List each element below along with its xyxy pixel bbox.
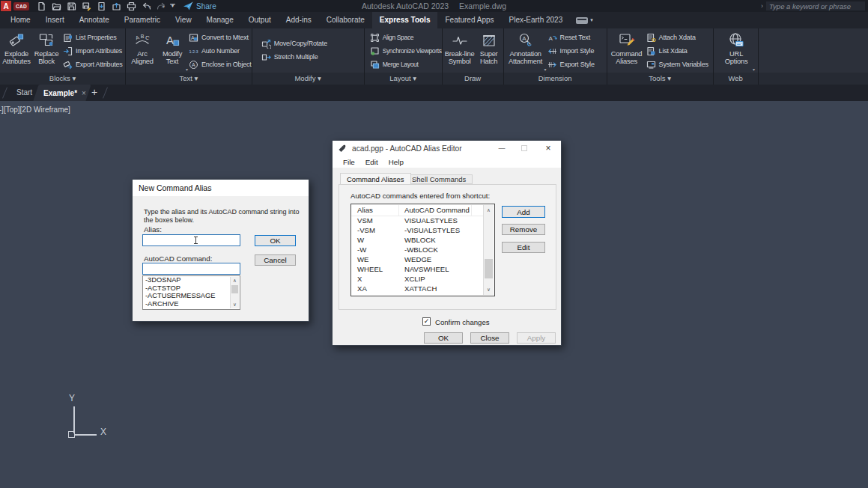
merge-layout-button[interactable]: Merge Layout <box>370 58 442 71</box>
tab-annotate[interactable]: Annotate <box>72 12 117 28</box>
undo-dropdown-icon[interactable]: ▾ <box>148 4 151 9</box>
dropdown-arrow-icon[interactable]: ▾ <box>544 67 547 72</box>
auto-number-button[interactable]: 1-2-3 Auto Number <box>189 44 252 58</box>
tab-plex-earth[interactable]: Plex-Earth 2023 <box>502 12 571 28</box>
close-tab-icon[interactable]: × <box>82 89 86 97</box>
table-row[interactable]: -VSM-VISUALSTYLES <box>351 226 483 236</box>
cancel-button[interactable]: Cancel <box>255 254 296 266</box>
list-item[interactable]: -ARCHIVE <box>143 300 240 308</box>
save-as-icon[interactable] <box>82 1 91 11</box>
apply-button[interactable]: Apply <box>517 332 556 344</box>
import-attributes-button[interactable]: Import Attributes <box>63 44 123 58</box>
reset-text-button[interactable]: A Reset Text <box>547 31 595 44</box>
tab-parametric[interactable]: Parametric <box>117 12 168 28</box>
panel-title-dimension[interactable]: Dimension <box>504 73 607 85</box>
search-expand-icon[interactable]: › <box>761 2 763 10</box>
move-copy-rotate-button[interactable]: Move/Copy/Rotate <box>261 37 327 50</box>
save-icon[interactable] <box>67 1 76 11</box>
column-divider[interactable] <box>471 205 472 216</box>
plot-preview-icon[interactable] <box>97 1 106 11</box>
tab-view[interactable]: View <box>168 12 199 28</box>
ok-button[interactable]: OK <box>255 235 296 246</box>
table-row[interactable]: WHEELNAVSWHEEL <box>351 265 483 275</box>
export-style-button[interactable]: Export Style <box>547 58 595 71</box>
panel-title-blocks[interactable]: Blocks ▾ <box>0 73 125 85</box>
enclose-in-object-button[interactable]: A Enclose in Object <box>189 58 252 71</box>
panel-title-web[interactable]: Web <box>714 73 758 85</box>
arc-aligned-button[interactable]: ABC Arc Aligned <box>127 28 157 73</box>
panel-title-tools[interactable]: Tools ▾ <box>607 73 713 85</box>
panel-title-text[interactable]: Text ▾ <box>126 73 252 85</box>
list-item[interactable]: -3DOSNAP <box>143 276 240 284</box>
list-item[interactable]: -ACTSTOP <box>143 284 240 293</box>
column-divider[interactable] <box>398 205 399 216</box>
viewport-controls-label[interactable]: [-][Top][2D Wireframe] <box>0 106 70 114</box>
list-properties-button[interactable]: List Properties <box>63 31 123 44</box>
scroll-up-icon[interactable]: ∧ <box>484 207 494 213</box>
table-row[interactable]: XXCLIP <box>351 275 483 284</box>
list-item[interactable]: -ACTUSERMESSAGE <box>143 292 240 300</box>
keyword-search-input[interactable] <box>766 1 865 10</box>
table-row[interactable]: VSMVISUALSTYLES <box>351 216 483 226</box>
scrollbar[interactable]: ∧ ∨ <box>230 277 239 308</box>
dropdown-arrow-icon[interactable]: ▾ <box>186 67 188 72</box>
annotation-attachment-button[interactable]: A Annotation Attachment ▾ <box>506 28 546 73</box>
scroll-up-icon[interactable]: ∧ <box>231 278 239 284</box>
tab-shell-commands[interactable]: Shell Commands <box>405 174 473 184</box>
table-header[interactable]: Alias AutoCAD Command <box>351 204 483 216</box>
redo-button[interactable]: ▾ <box>156 1 165 11</box>
autocad-command-input[interactable] <box>142 263 240 275</box>
system-variables-button[interactable]: System Variables <box>646 58 708 71</box>
tab-insert[interactable]: Insert <box>38 12 72 28</box>
url-options-button[interactable]: URL Options ▾ <box>718 28 754 73</box>
panel-title-layout[interactable]: Layout ▾ <box>365 73 442 85</box>
file-tab-example[interactable]: Example* × <box>39 85 86 101</box>
open-file-icon[interactable] <box>52 1 61 11</box>
explode-attributes-button[interactable]: Explode Attributes <box>1 28 31 73</box>
close-button[interactable]: × <box>535 141 561 156</box>
dropdown-arrow-icon[interactable]: ▾ <box>753 67 755 72</box>
ok-button[interactable]: OK <box>424 332 463 344</box>
import-style-button[interactable]: Import Style <box>547 44 595 58</box>
attach-xdata-button[interactable]: Attach Xdata <box>646 31 708 44</box>
share-button[interactable]: Share <box>183 1 216 11</box>
scroll-thumb[interactable] <box>485 259 493 278</box>
tab-command-aliases[interactable]: Command Aliases <box>340 173 411 184</box>
command-aliases-button[interactable]: Command Aliases <box>609 28 645 73</box>
tab-express-tools[interactable]: Express Tools <box>372 12 438 28</box>
table-row[interactable]: -W-WBLOCK <box>351 245 483 255</box>
tab-add-ins[interactable]: Add-ins <box>279 12 319 28</box>
column-header-alias[interactable]: Alias <box>357 206 373 214</box>
stretch-multiple-button[interactable]: Stretch Multiple <box>261 50 327 64</box>
tab-manage[interactable]: Manage <box>199 12 241 28</box>
dialog-title-bar[interactable]: acad.pgp - AutoCAD Alias Editor — × <box>333 141 561 156</box>
menu-file[interactable]: File <box>339 158 359 166</box>
convert-to-mtext-button[interactable]: A Convert to Mtext <box>189 31 252 44</box>
print-icon[interactable] <box>127 1 136 11</box>
redo-dropdown-icon[interactable]: ▾ <box>163 4 165 9</box>
panel-title-draw[interactable]: Draw <box>443 73 503 85</box>
list-xdata-button[interactable]: List Xdata <box>646 44 708 58</box>
tab-home[interactable]: Home <box>3 12 38 28</box>
synchronize-viewports-button[interactable]: Synchronize Viewports <box>370 44 442 58</box>
add-button[interactable]: Add <box>502 206 545 218</box>
menu-help[interactable]: Help <box>384 158 408 166</box>
new-tab-button[interactable]: + <box>88 85 100 101</box>
customize-quick-access-icon[interactable]: ▾ <box>170 4 175 8</box>
super-hatch-button[interactable]: Super Hatch <box>476 28 503 73</box>
alias-input[interactable] <box>142 234 240 246</box>
scrollbar[interactable]: ∧ ∨ <box>483 205 494 295</box>
scroll-down-icon[interactable]: ∨ <box>484 287 494 293</box>
tab-output[interactable]: Output <box>241 12 279 28</box>
ribbon-display-toggle[interactable]: ▾ <box>570 12 599 28</box>
table-row[interactable]: XAXATTACH <box>351 284 483 294</box>
autocad-logo-icon[interactable]: A <box>1 1 11 11</box>
confirm-changes-checkbox[interactable]: ✓ <box>422 317 431 326</box>
tab-featured-apps[interactable]: Featured Apps <box>437 12 501 28</box>
alias-table[interactable]: Alias AutoCAD Command VSMVISUALSTYLES -V… <box>350 204 495 296</box>
scroll-thumb[interactable] <box>231 285 238 293</box>
export-attributes-button[interactable]: Export Attributes <box>63 58 123 71</box>
modify-text-button[interactable]: A Modify Text ▾ <box>157 28 187 73</box>
replace-block-button[interactable]: Replace Block <box>31 28 61 73</box>
scroll-down-icon[interactable]: ∨ <box>231 302 239 308</box>
